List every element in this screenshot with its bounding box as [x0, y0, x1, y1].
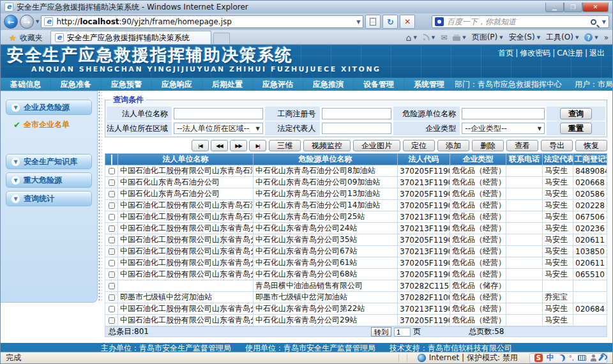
nav-item[interactable]: 应急预警: [102, 79, 152, 90]
table-row[interactable]: 中国石化山东青岛石油分公司 中石化山东青岛石油分公司13加油站 370205F1…: [105, 188, 607, 200]
row-checkbox[interactable]: [109, 317, 115, 324]
menu-tools[interactable]: 工具(O)▼: [546, 32, 579, 43]
history-dropdown-icon[interactable]: ▼: [36, 19, 39, 24]
compatibility-view-button[interactable]: [365, 15, 381, 29]
url-dropdown-icon[interactable]: ▼: [356, 19, 360, 25]
column-header[interactable]: 危险源单位名称: [254, 154, 398, 165]
row-checkbox[interactable]: [109, 306, 115, 312]
new-tab-button[interactable]: [213, 33, 230, 44]
tab-active[interactable]: e 安全生产应急救援指挥辅助决策系统: [50, 31, 211, 44]
toolbar-button[interactable]: 三维: [269, 140, 301, 151]
sidebar-group-knowledge-base[interactable]: ▼ 安全生产知识库: [6, 154, 92, 169]
toolbar-button[interactable]: 恢复: [575, 140, 607, 151]
toolbar-button[interactable]: 查看: [506, 140, 538, 151]
nav-item[interactable]: 后期处置: [202, 79, 253, 90]
fullwidth-moon-icon[interactable]: [558, 354, 565, 361]
region-select[interactable]: --法人单位所在区域-- ▼: [174, 123, 263, 134]
header-link[interactable]: 修改密码: [513, 48, 550, 59]
toolbar-button[interactable]: 删除: [472, 140, 504, 151]
toolbar-button[interactable]: 企业图片: [353, 140, 400, 151]
sidebar-group-major-hazard[interactable]: ▼ 重大危险源: [6, 172, 92, 188]
table-row[interactable]: 中国石油化工股份有限公司山东省青岛分公司 中石化山东省青岛分公司29站 3702…: [105, 315, 607, 326]
select-all-checkbox[interactable]: [111, 155, 112, 165]
maximize-button[interactable]: ❐: [564, 3, 582, 12]
menu-safety[interactable]: 安全(S)▼: [509, 32, 540, 43]
sidebar-group-enterprise-hazard[interactable]: ▼ 企业及危险源: [6, 100, 92, 115]
punctuation-icon[interactable]: °,: [569, 354, 574, 361]
nav-item[interactable]: 应急推演: [303, 79, 354, 90]
hazard-name-input[interactable]: [462, 108, 545, 119]
search-input[interactable]: 百度一下，你就知道 ▼: [432, 15, 609, 28]
pager-button[interactable]: ▶▶: [230, 140, 247, 151]
header-link[interactable]: CA注册: [550, 48, 583, 59]
header-link[interactable]: 退出: [583, 48, 605, 59]
forward-button[interactable]: →: [20, 15, 34, 29]
row-checkbox[interactable]: [109, 225, 115, 232]
table-row[interactable]: 中国石油化工股份有限公司山东省青岛分公司 中石化山东省青岛分公司67站 3702…: [105, 246, 607, 257]
nav-item[interactable]: 应急响应: [152, 79, 202, 90]
table-row[interactable]: 中国石油化工股份有限公司山东青岛石油分公司 中石化山东青岛石油分公司8加油站 3…: [105, 165, 607, 177]
nav-item[interactable]: 系统管理: [404, 79, 455, 90]
menu-page[interactable]: 页面(P)▼: [472, 32, 503, 43]
row-checkbox[interactable]: [109, 260, 115, 266]
table-row[interactable]: 中国石油化工股份有限公司山东省青岛分公司 中石化山东省青岛分公司24站 3702…: [105, 223, 607, 234]
nav-item[interactable]: 应急评估: [253, 79, 303, 90]
table-row[interactable]: 中国石油化工股份有限公司山东省青岛分公司 中石化山东省青岛分公司68站 3702…: [105, 269, 607, 280]
search-dropdown-icon[interactable]: ▼: [602, 19, 606, 25]
row-checkbox[interactable]: [109, 237, 115, 243]
stop-button[interactable]: ✕: [400, 15, 415, 29]
table-row[interactable]: 中国石化山东青岛石油分公司 中石化山东青岛石油分公司09加油站 370213F1…: [105, 177, 607, 188]
header-link[interactable]: 首页: [498, 48, 513, 59]
row-checkbox[interactable]: [109, 283, 115, 289]
print-button[interactable]: ▼: [453, 34, 465, 41]
overflow-chevron-icon[interactable]: »: [604, 33, 609, 42]
column-header[interactable]: 法人单位名称: [118, 154, 254, 165]
sidebar-item-city-enterprise-list[interactable]: ✔ 全市企业名单: [4, 115, 93, 137]
row-checkbox[interactable]: [109, 179, 115, 186]
pager-button[interactable]: ◀◀: [211, 140, 228, 151]
row-checkbox[interactable]: [109, 248, 115, 255]
table-row[interactable]: 中国石油化工股份有限公司山东青岛石油分公司 中石化山东青岛石油分公司25站 37…: [105, 211, 607, 223]
table-row[interactable]: 中国石油化工股份有限公司山东省青岛分公司 中石化山东省青岛分公司61站 3702…: [105, 257, 607, 269]
column-header[interactable]: 法人代码: [398, 154, 450, 165]
row-checkbox[interactable]: [109, 271, 115, 278]
reset-button[interactable]: 重置: [560, 123, 592, 134]
table-row[interactable]: 即墨市七级镇中岔河加油站 即墨市七级镇中岔河加油站 370282F110063 …: [105, 292, 607, 303]
account-icon[interactable]: [590, 354, 596, 361]
toolbar-button[interactable]: 视频监控: [303, 140, 351, 151]
sidebar-splitter[interactable]: [98, 91, 102, 303]
close-button[interactable]: ✕: [582, 3, 609, 12]
address-input[interactable]: e http://localhost:90/yjzh/frame/homepag…: [41, 15, 363, 28]
nav-item[interactable]: 设备管理: [354, 79, 404, 90]
table-row[interactable]: 青岛田横中油油品销售有限公司 370282C115602 危化品（储存）: [105, 280, 607, 292]
minimize-button[interactable]: ▁: [545, 3, 564, 12]
toolbar-button[interactable]: 定位: [403, 140, 435, 151]
column-header[interactable]: 法定代表人: [543, 154, 573, 165]
enterprise-type-select[interactable]: --企业类型-- ▼: [462, 123, 545, 134]
table-row[interactable]: 中国石油化工股份有限公司山东省青岛分公司 中石化山东省青岛分公司35站 3702…: [105, 234, 607, 246]
nav-item[interactable]: 基础信息: [1, 79, 51, 90]
legal-rep-input[interactable]: [322, 123, 392, 134]
feeds-button[interactable]: ▼: [423, 34, 435, 41]
sogou-ime-icon[interactable]: S: [534, 354, 543, 362]
nav-item[interactable]: 应急准备: [51, 79, 102, 90]
row-checkbox[interactable]: [109, 214, 115, 220]
settings-wrench-icon[interactable]: [598, 354, 604, 361]
pager-button[interactable]: |◀: [192, 140, 209, 151]
sidebar-group-query-stats[interactable]: ▼ 查询统计: [6, 191, 92, 206]
favorites-button[interactable]: ★ 收藏夹: [3, 32, 49, 44]
pager-button[interactable]: ▶|: [249, 140, 266, 151]
row-checkbox[interactable]: [109, 168, 115, 174]
read-mail-button[interactable]: ✉: [441, 33, 447, 42]
toolbar-button[interactable]: 导出: [541, 140, 573, 151]
table-row[interactable]: 中国石油化工股份有限公司山东省青岛分公司 中石化山东省青岛分公司第22站 370…: [105, 303, 607, 315]
column-header[interactable]: 工商登记注册号: [573, 154, 607, 165]
row-checkbox[interactable]: [109, 191, 115, 197]
table-row[interactable]: 中国石油化工股份有限公司山东青岛石油分公司 中石化山东青岛石油分公司14加油站 …: [105, 200, 607, 211]
reg-no-input[interactable]: [322, 108, 392, 119]
goto-page-button[interactable]: 转到: [371, 327, 391, 337]
soft-keyboard-icon[interactable]: [578, 355, 586, 361]
search-button[interactable]: 查询: [560, 108, 592, 119]
column-header[interactable]: 企业类型: [450, 154, 506, 165]
refresh-button[interactable]: ↻: [382, 15, 398, 29]
